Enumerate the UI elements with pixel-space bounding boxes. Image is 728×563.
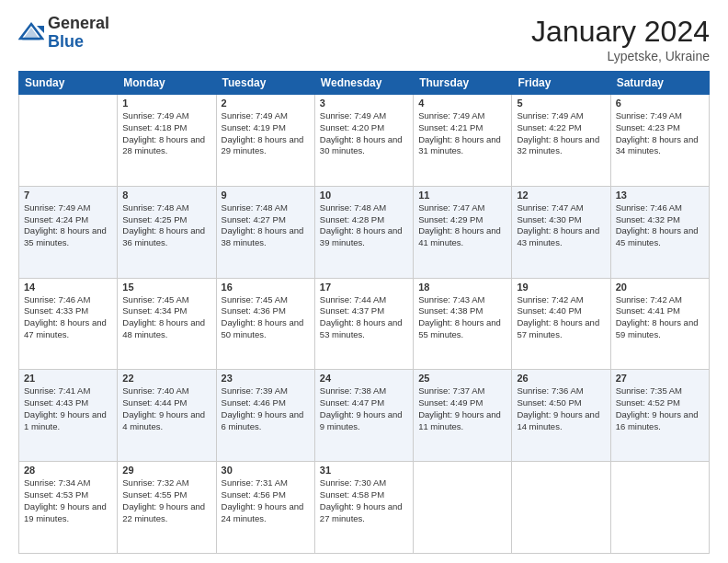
cell-info: Sunrise: 7:49 AMSunset: 4:18 PMDaylight:… <box>122 110 210 157</box>
calendar-cell: 17Sunrise: 7:44 AMSunset: 4:37 PMDayligh… <box>314 278 413 370</box>
cell-day-number: 21 <box>24 373 112 384</box>
calendar-cell: 23Sunrise: 7:39 AMSunset: 4:46 PMDayligh… <box>216 370 314 462</box>
calendar-cell <box>610 462 709 554</box>
logo-general: General <box>48 15 109 33</box>
calendar-cell: 18Sunrise: 7:43 AMSunset: 4:38 PMDayligh… <box>414 278 512 370</box>
cell-info: Sunrise: 7:49 AMSunset: 4:24 PMDaylight:… <box>24 202 112 249</box>
cell-day-number: 9 <box>222 190 310 201</box>
calendar-cell <box>414 462 512 554</box>
calendar-cell: 22Sunrise: 7:40 AMSunset: 4:44 PMDayligh… <box>118 370 216 462</box>
calendar-cell: 4Sunrise: 7:49 AMSunset: 4:21 PMDaylight… <box>414 95 512 187</box>
calendar-cell: 25Sunrise: 7:37 AMSunset: 4:49 PMDayligh… <box>414 370 512 462</box>
cell-day-number: 23 <box>222 373 310 384</box>
cell-day-number: 2 <box>222 98 310 109</box>
calendar-cell: 27Sunrise: 7:35 AMSunset: 4:52 PMDayligh… <box>610 370 709 462</box>
cell-day-number: 25 <box>418 373 506 384</box>
logo-blue: Blue <box>48 33 109 52</box>
calendar-week-row: 1Sunrise: 7:49 AMSunset: 4:18 PMDaylight… <box>19 95 710 187</box>
header: General Blue January 2024 Lypetske, Ukra… <box>18 15 710 63</box>
cell-day-number: 13 <box>616 190 704 201</box>
calendar-week-row: 28Sunrise: 7:34 AMSunset: 4:53 PMDayligh… <box>19 462 710 554</box>
cell-day-number: 1 <box>122 98 210 109</box>
logo: General Blue <box>18 15 109 52</box>
cell-day-number: 27 <box>616 373 704 384</box>
col-header-wednesday: Wednesday <box>314 72 413 95</box>
cell-info: Sunrise: 7:42 AMSunset: 4:41 PMDaylight:… <box>616 294 704 341</box>
calendar-cell: 20Sunrise: 7:42 AMSunset: 4:41 PMDayligh… <box>610 278 709 370</box>
cell-day-number: 10 <box>320 190 408 201</box>
cell-info: Sunrise: 7:31 AMSunset: 4:56 PMDaylight:… <box>222 477 310 524</box>
col-header-friday: Friday <box>512 72 610 95</box>
cell-day-number: 19 <box>517 282 605 293</box>
calendar-cell: 3Sunrise: 7:49 AMSunset: 4:20 PMDaylight… <box>314 95 413 187</box>
cell-info: Sunrise: 7:38 AMSunset: 4:47 PMDaylight:… <box>320 385 408 432</box>
calendar-cell: 24Sunrise: 7:38 AMSunset: 4:47 PMDayligh… <box>314 370 413 462</box>
calendar-week-row: 7Sunrise: 7:49 AMSunset: 4:24 PMDaylight… <box>19 186 710 278</box>
calendar-cell: 14Sunrise: 7:46 AMSunset: 4:33 PMDayligh… <box>19 278 118 370</box>
calendar-cell: 9Sunrise: 7:48 AMSunset: 4:27 PMDaylight… <box>216 186 314 278</box>
logo-text: General Blue <box>48 15 109 52</box>
cell-day-number: 24 <box>320 373 408 384</box>
calendar-cell: 30Sunrise: 7:31 AMSunset: 4:56 PMDayligh… <box>216 462 314 554</box>
cell-info: Sunrise: 7:32 AMSunset: 4:55 PMDaylight:… <box>122 477 210 524</box>
cell-info: Sunrise: 7:42 AMSunset: 4:40 PMDaylight:… <box>517 294 605 341</box>
location: Lypetske, Ukraine <box>531 49 710 63</box>
calendar-cell: 10Sunrise: 7:48 AMSunset: 4:28 PMDayligh… <box>314 186 413 278</box>
cell-info: Sunrise: 7:44 AMSunset: 4:37 PMDaylight:… <box>320 294 408 341</box>
col-header-tuesday: Tuesday <box>216 72 314 95</box>
calendar-cell: 13Sunrise: 7:46 AMSunset: 4:32 PMDayligh… <box>610 186 709 278</box>
col-header-sunday: Sunday <box>19 72 118 95</box>
cell-info: Sunrise: 7:48 AMSunset: 4:27 PMDaylight:… <box>222 202 310 249</box>
cell-day-number: 16 <box>222 282 310 293</box>
calendar-cell: 8Sunrise: 7:48 AMSunset: 4:25 PMDaylight… <box>118 186 216 278</box>
calendar-cell: 31Sunrise: 7:30 AMSunset: 4:58 PMDayligh… <box>314 462 413 554</box>
cell-info: Sunrise: 7:49 AMSunset: 4:19 PMDaylight:… <box>222 110 310 157</box>
cell-info: Sunrise: 7:34 AMSunset: 4:53 PMDaylight:… <box>24 477 112 524</box>
cell-info: Sunrise: 7:49 AMSunset: 4:20 PMDaylight:… <box>320 110 408 157</box>
calendar-cell: 7Sunrise: 7:49 AMSunset: 4:24 PMDaylight… <box>19 186 118 278</box>
cell-info: Sunrise: 7:36 AMSunset: 4:50 PMDaylight:… <box>517 385 605 432</box>
cell-day-number: 20 <box>616 282 704 293</box>
cell-day-number: 12 <box>517 190 605 201</box>
cell-info: Sunrise: 7:37 AMSunset: 4:49 PMDaylight:… <box>418 385 506 432</box>
calendar-cell: 2Sunrise: 7:49 AMSunset: 4:19 PMDaylight… <box>216 95 314 187</box>
calendar-cell <box>19 95 118 187</box>
cell-day-number: 28 <box>24 465 112 476</box>
cell-day-number: 31 <box>320 465 408 476</box>
cell-day-number: 17 <box>320 282 408 293</box>
cell-info: Sunrise: 7:41 AMSunset: 4:43 PMDaylight:… <box>24 385 112 432</box>
calendar-table: SundayMondayTuesdayWednesdayThursdayFrid… <box>18 71 710 554</box>
col-header-saturday: Saturday <box>610 72 709 95</box>
cell-info: Sunrise: 7:49 AMSunset: 4:22 PMDaylight:… <box>517 110 605 157</box>
cell-day-number: 5 <box>517 98 605 109</box>
logo-icon <box>18 20 44 46</box>
cell-day-number: 8 <box>122 190 210 201</box>
cell-info: Sunrise: 7:49 AMSunset: 4:23 PMDaylight:… <box>616 110 704 157</box>
cell-day-number: 4 <box>418 98 506 109</box>
cell-info: Sunrise: 7:39 AMSunset: 4:46 PMDaylight:… <box>222 385 310 432</box>
cell-day-number: 15 <box>122 282 210 293</box>
cell-day-number: 30 <box>222 465 310 476</box>
page: General Blue January 2024 Lypetske, Ukra… <box>0 0 728 563</box>
calendar-cell: 29Sunrise: 7:32 AMSunset: 4:55 PMDayligh… <box>118 462 216 554</box>
calendar-cell: 1Sunrise: 7:49 AMSunset: 4:18 PMDaylight… <box>118 95 216 187</box>
cell-day-number: 29 <box>122 465 210 476</box>
cell-info: Sunrise: 7:46 AMSunset: 4:32 PMDaylight:… <box>616 202 704 249</box>
cell-info: Sunrise: 7:35 AMSunset: 4:52 PMDaylight:… <box>616 385 704 432</box>
cell-info: Sunrise: 7:30 AMSunset: 4:58 PMDaylight:… <box>320 477 408 524</box>
calendar-cell <box>512 462 610 554</box>
calendar-cell: 6Sunrise: 7:49 AMSunset: 4:23 PMDaylight… <box>610 95 709 187</box>
cell-day-number: 3 <box>320 98 408 109</box>
cell-info: Sunrise: 7:46 AMSunset: 4:33 PMDaylight:… <box>24 294 112 341</box>
calendar-cell: 26Sunrise: 7:36 AMSunset: 4:50 PMDayligh… <box>512 370 610 462</box>
calendar-cell: 5Sunrise: 7:49 AMSunset: 4:22 PMDaylight… <box>512 95 610 187</box>
cell-day-number: 18 <box>418 282 506 293</box>
col-header-thursday: Thursday <box>414 72 512 95</box>
cell-day-number: 26 <box>517 373 605 384</box>
cell-day-number: 11 <box>418 190 506 201</box>
cell-day-number: 22 <box>122 373 210 384</box>
cell-info: Sunrise: 7:45 AMSunset: 4:36 PMDaylight:… <box>222 294 310 341</box>
cell-info: Sunrise: 7:45 AMSunset: 4:34 PMDaylight:… <box>122 294 210 341</box>
month-title: January 2024 <box>531 15 710 49</box>
cell-info: Sunrise: 7:40 AMSunset: 4:44 PMDaylight:… <box>122 385 210 432</box>
